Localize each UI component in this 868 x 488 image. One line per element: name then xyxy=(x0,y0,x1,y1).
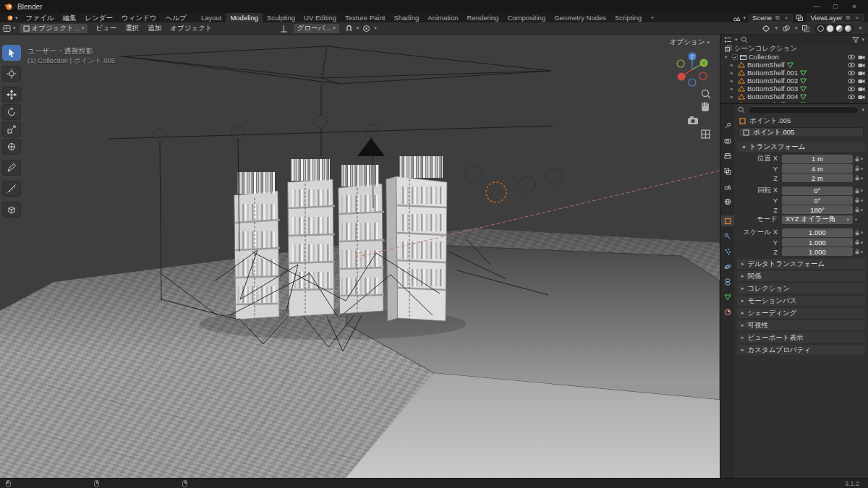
viewlayer-selector[interactable]: ViewLayer ⧉ × xyxy=(807,14,864,22)
hide-eye-icon[interactable] xyxy=(848,86,855,92)
options-dropdown[interactable]: オプション ▾ xyxy=(670,38,710,47)
decorator-dot[interactable] xyxy=(861,158,863,160)
workspace-tab-geometry-nodes[interactable]: Geometry Nodes xyxy=(550,13,610,22)
decorator-dot[interactable] xyxy=(861,177,863,179)
lock-icon[interactable] xyxy=(855,230,859,236)
menubar-menu-item[interactable]: ヘルプ xyxy=(161,13,191,22)
scale-tool-button[interactable] xyxy=(2,121,21,137)
transform-tool-button[interactable] xyxy=(2,139,21,155)
decorator-dot[interactable] xyxy=(861,200,863,202)
outliner-item-row[interactable]: ▸ BottomShelf.001 xyxy=(720,69,868,77)
collapsed-panel-header[interactable]: ▸ モーションパス xyxy=(737,296,865,306)
number-field[interactable]: 1.000 xyxy=(782,247,853,256)
collection-checkbox[interactable] xyxy=(732,54,738,60)
collapsed-panel-header[interactable]: ▸ デルタトランスフォーム xyxy=(737,259,865,269)
number-field[interactable]: 2 m xyxy=(782,174,853,182)
lock-icon[interactable] xyxy=(855,197,859,203)
workspace-tab-modeling[interactable]: Modeling xyxy=(226,13,263,22)
workspace-tab-texture-paint[interactable]: Texture Paint xyxy=(341,13,389,22)
hide-eye-icon[interactable] xyxy=(848,94,855,100)
properties-tab-object-data[interactable] xyxy=(721,291,734,302)
properties-tab-particles[interactable] xyxy=(721,246,734,257)
decorator-dot[interactable] xyxy=(861,189,863,192)
number-field[interactable]: 4 m xyxy=(782,164,853,173)
properties-tab-modifiers[interactable] xyxy=(721,231,734,241)
xray-toggle-icon[interactable] xyxy=(801,25,810,33)
number-field[interactable]: 0° xyxy=(782,196,853,205)
properties-tab-output[interactable] xyxy=(721,150,734,161)
collapsed-panel-header[interactable]: ▸ ビューポート表示 xyxy=(737,333,865,343)
editor-type-icon[interactable] xyxy=(3,25,12,33)
app-menu-button[interactable]: ▾ xyxy=(3,14,22,22)
expand-arrow-icon[interactable]: ▾ xyxy=(725,54,730,60)
outliner-item-row[interactable]: ▸ BottomShelf xyxy=(720,61,868,69)
decorator-dot[interactable] xyxy=(861,168,863,170)
orientation-dropdown[interactable]: グローバ... ▾ xyxy=(294,24,339,33)
number-field[interactable]: 1.000 xyxy=(782,228,853,237)
workspace-tab-uv-editing[interactable]: UV Editing xyxy=(299,13,341,22)
collapsed-panel-header[interactable]: ▸ 関係 xyxy=(737,271,865,281)
number-field[interactable]: 1.000 xyxy=(782,238,853,247)
properties-tab-material[interactable] xyxy=(721,307,734,317)
expand-arrow-icon[interactable]: ▸ xyxy=(731,62,736,68)
proportional-edit-icon[interactable] xyxy=(362,25,370,33)
workspace-tab-animation[interactable]: Animation xyxy=(423,13,462,22)
lock-icon[interactable] xyxy=(855,166,859,171)
disable-render-camera-icon[interactable] xyxy=(858,78,865,84)
disable-render-camera-icon[interactable] xyxy=(858,62,865,68)
menubar-menu-item[interactable]: ウィンドウ xyxy=(117,13,161,22)
collapsed-panel-header[interactable]: ▸ カスタムプロパティ xyxy=(737,345,865,355)
viewport-menu-item[interactable]: 選択 xyxy=(121,24,143,33)
outliner-item-row[interactable]: ▸ BottomShelf.005 xyxy=(720,100,868,103)
disable-render-camera-icon[interactable] xyxy=(858,94,865,100)
rotation-mode-dropdown[interactable]: XYZ オイラー角 ▾ xyxy=(782,215,853,224)
workspace-tab-rendering[interactable]: Rendering xyxy=(463,13,503,22)
collapsed-panel-header[interactable]: ▸ シェーディング xyxy=(737,308,865,318)
properties-tab-object[interactable] xyxy=(721,215,734,226)
solid-shading-button[interactable] xyxy=(827,25,833,32)
properties-tab-constraints[interactable] xyxy=(721,276,734,287)
expand-arrow-icon[interactable]: ▸ xyxy=(731,102,736,103)
properties-tab-world[interactable] xyxy=(721,196,734,207)
outliner-editor-icon[interactable] xyxy=(724,36,732,43)
outliner-item-row[interactable]: ▸ BottomShelf.004 xyxy=(720,93,868,100)
show-gizmo-icon[interactable] xyxy=(762,25,770,33)
add-cube-tool-button[interactable] xyxy=(2,202,21,218)
remove-viewlayer-button[interactable]: × xyxy=(854,14,860,21)
measure-tool-button[interactable] xyxy=(2,181,21,197)
select-box-tool-button[interactable] xyxy=(2,45,21,61)
lock-icon[interactable] xyxy=(855,188,859,194)
decorator-dot[interactable] xyxy=(855,218,857,221)
decorator-dot[interactable] xyxy=(861,209,863,211)
workspace-tab-scripting[interactable]: Scripting xyxy=(610,13,646,22)
expand-arrow-icon[interactable]: ▸ xyxy=(731,94,736,100)
viewport-3d-scene[interactable]: Y Z xyxy=(0,35,720,478)
mode-dropdown[interactable]: オブジェクト... ▾ xyxy=(20,24,88,33)
scene-selector[interactable]: Scene ⧉ × xyxy=(749,14,793,22)
minimize-button[interactable]: — xyxy=(807,0,826,13)
rendered-shading-button[interactable] xyxy=(845,25,851,32)
move-tool-button[interactable] xyxy=(2,87,21,103)
disable-render-camera-icon[interactable] xyxy=(858,70,865,76)
number-field[interactable]: 180° xyxy=(782,205,853,214)
disable-render-camera-icon[interactable] xyxy=(858,54,865,60)
menubar-menu-item[interactable]: レンダー xyxy=(80,13,117,22)
cursor-tool-button[interactable] xyxy=(2,66,21,82)
properties-tab-tool[interactable] xyxy=(721,120,734,131)
hide-eye-icon[interactable] xyxy=(848,78,855,84)
hide-eye-icon[interactable] xyxy=(848,102,855,103)
filter-funnel-icon[interactable] xyxy=(852,36,859,43)
number-field[interactable]: 0° xyxy=(782,187,853,195)
outliner-item-row[interactable]: ▸ BottomShelf.003 xyxy=(720,85,868,93)
expand-arrow-icon[interactable]: ▸ xyxy=(731,86,736,92)
collection-row[interactable]: ▾ Collection xyxy=(720,53,868,61)
collapsed-panel-header[interactable]: ▸ 可視性 xyxy=(737,320,865,330)
properties-search-input[interactable] xyxy=(748,106,859,114)
rotate-tool-button[interactable] xyxy=(2,104,21,120)
new-scene-button[interactable]: ⧉ xyxy=(774,14,781,22)
lock-icon[interactable] xyxy=(855,175,859,181)
lock-icon[interactable] xyxy=(855,207,859,213)
properties-tab-view-layer[interactable] xyxy=(721,166,734,176)
lock-icon[interactable] xyxy=(855,249,859,254)
properties-tab-scene[interactable] xyxy=(721,181,734,192)
